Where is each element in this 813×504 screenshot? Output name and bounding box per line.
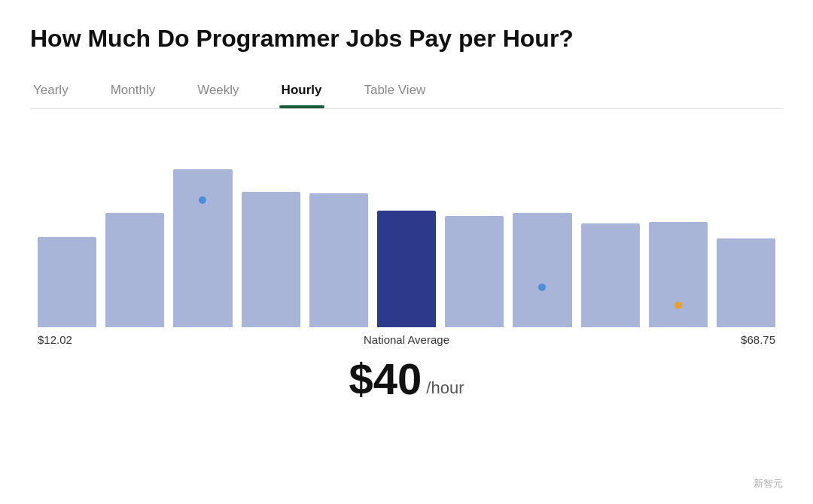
bar-8[interactable] — [513, 213, 571, 327]
x-label-avg: National Average — [364, 333, 449, 346]
bars-container — [30, 132, 783, 327]
bar-10[interactable] — [649, 222, 708, 327]
bar-wrap-11 — [717, 238, 775, 327]
bar-wrap-2 — [105, 213, 164, 327]
average-section: $40/hour — [30, 354, 783, 404]
bar-4[interactable] — [242, 192, 300, 327]
bar-wrap-4 — [242, 192, 300, 327]
tab-hourly[interactable]: Hourly — [260, 77, 343, 109]
average-unit: /hour — [426, 378, 464, 397]
tab-monthly[interactable]: Monthly — [90, 77, 177, 109]
bar-7[interactable] — [445, 216, 504, 327]
bar-9[interactable] — [581, 223, 640, 327]
tab-table-view[interactable]: Table View — [343, 77, 446, 109]
bar-2[interactable] — [105, 213, 164, 327]
tab-navigation: YearlyMonthlyWeeklyHourlyTable View — [30, 77, 783, 109]
bar-wrap-9 — [581, 223, 640, 327]
tab-weekly[interactable]: Weekly — [176, 77, 260, 109]
x-label-min: $12.02 — [38, 333, 72, 346]
bar-11[interactable] — [717, 238, 775, 327]
bar-wrap-10 — [649, 222, 708, 327]
bar-wrap-3 — [173, 169, 232, 327]
bar-3[interactable] — [173, 169, 232, 327]
bar-1[interactable] — [38, 237, 96, 327]
watermark: 新智元 — [754, 477, 783, 490]
average-amount: $40 — [349, 354, 422, 404]
bar-wrap-6 — [377, 211, 436, 327]
bar-5[interactable] — [309, 193, 368, 327]
chart-area: $12.02 National Average $68.75 $40/hour — [30, 132, 783, 365]
page-title: How Much Do Programmer Jobs Pay per Hour… — [30, 24, 783, 53]
bar-6[interactable] — [377, 211, 436, 327]
bar-wrap-1 — [38, 237, 96, 327]
bar-wrap-8 — [513, 213, 571, 327]
x-labels: $12.02 National Average $68.75 — [30, 327, 783, 346]
tab-yearly[interactable]: Yearly — [30, 77, 90, 109]
bar-wrap-5 — [309, 193, 368, 327]
x-label-max: $68.75 — [741, 333, 775, 346]
bar-wrap-7 — [445, 216, 504, 327]
dot-orange-10 — [674, 302, 682, 309]
